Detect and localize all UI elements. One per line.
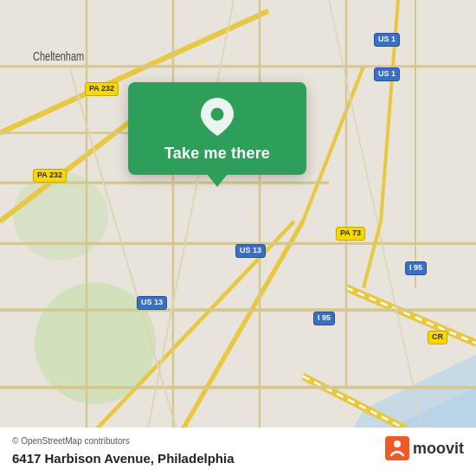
badge-i95-right: I 95	[405, 261, 427, 275]
map-container: Cheltenham US 1 US 1 PA 232 PA 232 US 13…	[0, 0, 476, 476]
badge-us13-bottom: US 13	[137, 296, 167, 310]
svg-point-3	[13, 171, 108, 260]
bottom-bar: © OpenStreetMap contributors 6417 Harbis…	[0, 428, 476, 476]
svg-line-4	[346, 288, 476, 344]
badge-pa73: PA 73	[336, 227, 365, 241]
svg-line-25	[138, 0, 234, 476]
svg-point-30	[211, 108, 224, 121]
svg-point-32	[394, 441, 401, 447]
moovit-icon	[385, 436, 409, 460]
map-roads: Cheltenham	[0, 0, 476, 476]
take-me-there-button[interactable]: Take me there	[128, 82, 306, 175]
badge-pa232-top: PA 232	[85, 82, 119, 96]
badge-cr: CR	[428, 331, 447, 344]
badge-i95-bottom: I 95	[313, 312, 335, 325]
badge-us1-mid: US 1	[374, 68, 400, 81]
badge-us13-center: US 13	[235, 244, 266, 258]
badge-pa232-left: PA 232	[33, 169, 67, 183]
svg-line-12	[303, 67, 363, 222]
svg-line-28	[363, 222, 381, 288]
moovit-logo: moovit	[385, 436, 464, 460]
svg-text:Cheltenham: Cheltenham	[33, 50, 84, 64]
badge-us1-top: US 1	[374, 33, 400, 47]
location-pin-icon	[198, 98, 236, 136]
address-text: 6417 Harbison Avenue, Philadelphia	[12, 451, 234, 466]
popup-label: Take me there	[164, 145, 270, 163]
svg-rect-31	[385, 436, 409, 460]
moovit-text: moovit	[413, 440, 464, 458]
